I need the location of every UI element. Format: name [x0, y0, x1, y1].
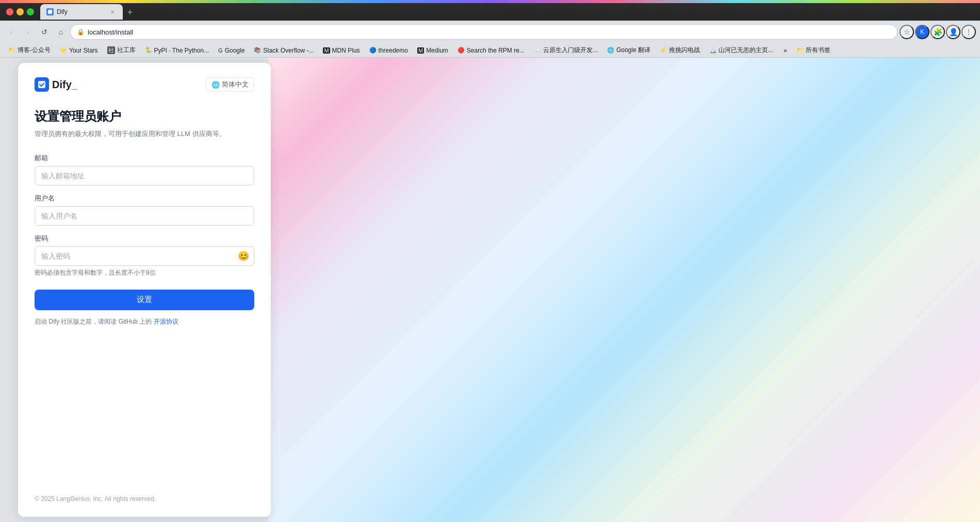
bookmark-icon-translate: 🌐 [607, 47, 614, 54]
content-area: Dify_ 🌐 简体中文 设置管理员账户 管理员拥有的最大权限，可用于创建应用和… [0, 58, 980, 522]
window-minimize-btn[interactable] [17, 8, 24, 15]
username-form-group: 用户名 [35, 194, 254, 226]
password-form-group: 密码 😊 密码必须包含字母和数字，且长度不小于8位 [35, 234, 254, 277]
bookmark-icon-mdn: M [323, 47, 330, 54]
nav-bar: ‹ › ↺ ⌂ 🔒 localhost/install ☆ K 🧩 👤 ⋮ [0, 21, 980, 43]
new-tab-btn[interactable]: + [123, 5, 137, 20]
page-title: 设置管理员账户 [35, 108, 254, 125]
open-source-link[interactable]: 开源协议 [154, 318, 178, 325]
bookmark-icon-so: 📚 [254, 47, 261, 54]
logo-area: Dify_ 🌐 简体中文 [35, 77, 254, 92]
bookmark-icon-tuido: ⚡ [660, 47, 667, 54]
language-selector[interactable]: 🌐 简体中文 [206, 77, 254, 92]
email-form-group: 邮箱 [35, 154, 254, 186]
bookmark-icon-stars: ⭐ [60, 47, 67, 54]
bookmark-icon-rpm: 🔴 [458, 47, 465, 54]
page-subtitle: 管理员拥有的最大权限，可用于创建应用和管理 LLM 供应商等。 [35, 129, 254, 139]
browser-window: Dify × + ‹ › ↺ ⌂ 🔒 localhost/install ☆ K… [0, 0, 980, 522]
window-close-btn[interactable] [6, 8, 13, 15]
bookmark-item-google[interactable]: G Google [214, 45, 249, 56]
bookmark-icon-pypi: 🐍 [145, 47, 152, 54]
menu-btn[interactable]: ⋮ [961, 25, 976, 39]
bookmark-item-medium[interactable]: M Medium [413, 45, 452, 56]
bookmark-item-stackoverflow[interactable]: 📚 Stack Overflow -... [250, 45, 318, 56]
password-input[interactable] [35, 246, 254, 266]
email-label: 邮箱 [35, 154, 254, 163]
home-btn[interactable]: ⌂ [54, 25, 68, 39]
bookmark-item-rpm[interactable]: 🔴 Search the RPM re... [453, 45, 529, 56]
bookmark-icon-sigint: 社 [107, 46, 115, 54]
extensions-btn[interactable]: 🧩 [930, 25, 945, 39]
bookmark-item-pypi[interactable]: 🐍 PyPI · The Python... [141, 45, 214, 56]
active-tab[interactable]: Dify × [40, 4, 123, 20]
svg-rect-0 [48, 10, 52, 14]
back-btn[interactable]: ‹ [4, 25, 19, 39]
logo-left: Dify_ [35, 77, 77, 92]
bookmark-item-cloud[interactable]: ☁️ 云原生入门级开发... [530, 45, 602, 56]
bookmark-icon-medium: M [417, 47, 424, 54]
password-label: 密码 [35, 234, 254, 243]
tab-favicon [46, 8, 54, 15]
bookmark-item-tuido[interactable]: ⚡ 推挑闪电战 [656, 45, 704, 56]
bookmark-icon-folder: 📁 [796, 47, 804, 54]
bookmark-star-btn[interactable]: ☆ [900, 25, 914, 39]
globe-icon: 🌐 [211, 81, 220, 89]
username-input[interactable] [35, 206, 254, 226]
bookmark-item-blog[interactable]: 📁 博客-公众号 [4, 45, 55, 56]
bookmark-icon-threedemo: 🔵 [369, 47, 377, 54]
password-hint: 密码必须包含字母和数字，且长度不小于8位 [35, 268, 254, 277]
nav-right-icons: ☆ K 🧩 👤 ⋮ [900, 25, 976, 39]
address-bar[interactable]: 🔒 localhost/install [70, 24, 897, 40]
bookmark-icon-google: G [218, 47, 223, 54]
bookmarks-bar: 📁 博客-公众号 ⭐ Your Stars 社 社工库 🐍 PyPI · The… [0, 43, 980, 58]
bookmark-item-threedemo[interactable]: 🔵 threedemo [365, 45, 412, 56]
tab-close-btn[interactable]: × [108, 8, 117, 16]
logo-text: Dify_ [52, 79, 77, 91]
bookmark-icon-blog: 📁 [8, 47, 15, 54]
color-banner [0, 0, 980, 3]
footer-note: 启动 Dify 社区版之前，请阅读 GitHub 上的 开源协议 [35, 317, 254, 326]
lock-icon: 🔒 [77, 28, 85, 36]
reload-btn[interactable]: ↺ [37, 25, 52, 39]
bookmark-item-stars[interactable]: ⭐ Your Stars [56, 45, 102, 56]
bookmark-item-sigint[interactable]: 社 社工库 [103, 45, 140, 56]
bookmark-item-allbooks[interactable]: 📁 所有书签 [792, 45, 835, 56]
password-wrapper: 😊 [35, 246, 254, 266]
user-account-btn[interactable]: 👤 [946, 25, 960, 39]
forward-btn[interactable]: › [21, 25, 35, 39]
bookmark-item-shanhe[interactable]: 🏔️ 山河已无恙的主页... [705, 45, 777, 56]
dify-logo-icon [35, 77, 49, 92]
tab-title: Dify [57, 8, 105, 15]
bookmark-more-btn[interactable]: » [779, 45, 791, 56]
password-toggle-btn[interactable]: 😊 [238, 250, 249, 262]
bookmark-icon-cloud: ☁️ [534, 47, 541, 54]
main-panel: Dify_ 🌐 简体中文 设置管理员账户 管理员拥有的最大权限，可用于创建应用和… [18, 63, 271, 517]
copyright-text: © 2025 LangGenius, Inc. All rights reser… [35, 485, 254, 502]
bookmark-item-mdn[interactable]: M MDN Plus [319, 45, 364, 56]
username-label: 用户名 [35, 194, 254, 203]
email-input[interactable] [35, 166, 254, 186]
window-maximize-btn[interactable] [27, 8, 34, 15]
submit-btn[interactable]: 设置 [35, 290, 254, 310]
right-background [268, 58, 980, 522]
address-text: localhost/install [88, 28, 891, 36]
bookmark-item-translate[interactable]: 🌐 Google 翻译 [603, 45, 655, 56]
title-bar: Dify × + [0, 0, 980, 21]
bookmark-icon-shanhe: 🏔️ [709, 47, 716, 54]
profile-icon-btn[interactable]: K [915, 25, 929, 39]
